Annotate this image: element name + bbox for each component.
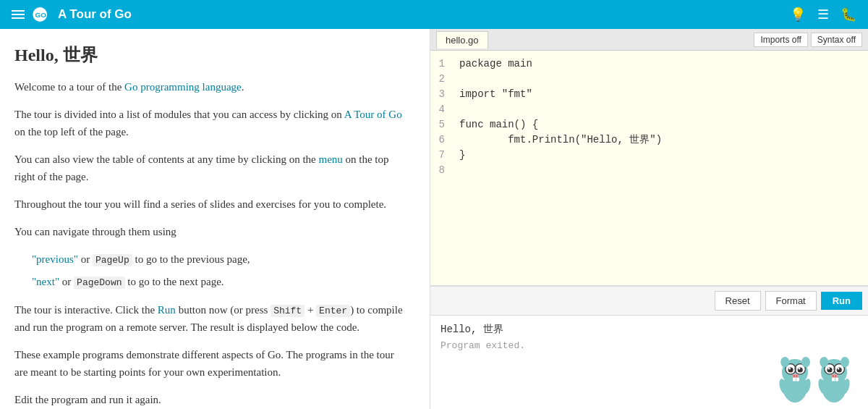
left-panel: Hello, 世界 Welcome to a tour of the Go pr… [0,29,430,409]
svg-text:GO: GO [35,11,47,19]
editor-toggle-buttons: Imports off Syntax off [754,33,862,47]
header-icons: 💡 ☰ 🐛 [790,7,856,22]
para-8-plus: + [305,304,316,316]
line-num-2: 2 [438,72,445,87]
para-6-mid: or [78,253,93,265]
para-1: Welcome to a tour of the Go programming … [14,78,408,96]
main-layout: Hello, 世界 Welcome to a tour of the Go pr… [0,29,868,409]
svg-rect-36 [832,378,835,381]
para-2-pre: The tour is divided into a list of modul… [14,109,344,120]
para-prev: "previous" or PageUp to go to the previo… [32,250,408,269]
para-9: These example programs demonstrate diffe… [14,346,408,381]
go-logo: GO [32,6,58,23]
imports-toggle-button[interactable]: Imports off [754,33,807,47]
svg-point-16 [801,357,810,367]
para-7-post: to go to the next page. [125,276,224,287]
svg-point-34 [820,357,828,367]
reset-button[interactable]: Reset [715,291,761,311]
svg-point-12 [792,374,799,378]
svg-point-15 [780,357,789,367]
format-button[interactable]: Format [765,291,817,311]
line-num-6: 6 [438,132,445,148]
run-button[interactable]: Run [821,292,862,310]
prev-link[interactable]: "previous" [32,253,78,265]
hamburger-menu[interactable] [12,10,25,19]
syntax-toggle-button[interactable]: Syntax off [811,33,862,47]
menu-link[interactable]: menu [318,153,342,165]
para-next: "next" or PageDown to go to the next pag… [32,273,408,291]
svg-rect-17 [793,378,796,381]
para-2: The tour is divided into a list of modul… [14,106,408,140]
editor-tab-bar: hello.go Imports off Syntax off [430,29,868,51]
para-6-post: to go to the previous page, [132,253,250,265]
page-heading: Hello, 世界 [14,43,408,67]
svg-point-10 [789,368,791,369]
pageup-code: PageUp [93,254,132,266]
go-logo-svg: GO [32,6,58,23]
line-num-1: 1 [438,56,445,72]
svg-point-11 [799,368,800,369]
para-2-post: on the top left of the page. [14,126,129,138]
svg-point-9 [798,367,803,372]
shift-code: Shift [271,305,305,317]
a-tour-of-go-link[interactable]: A Tour of Go [344,109,402,120]
svg-point-35 [841,357,849,367]
para-10: Edit the program and run it again. [14,391,408,408]
svg-point-30 [838,368,839,369]
line-num-3: 3 [438,87,445,102]
line-num-7: 7 [438,148,445,163]
code-editor-area: hello.go Imports off Syntax off 1 2 3 4 … [430,29,868,286]
bug-icon[interactable]: 🐛 [841,7,856,22]
svg-rect-37 [835,378,838,381]
gopher-image [767,347,854,405]
line-numbers: 1 2 3 4 5 6 7 8 [430,56,452,279]
run-link[interactable]: Run [158,304,176,316]
code-editor[interactable]: 1 2 3 4 5 6 7 8 package main import "fmt… [430,51,868,285]
line-num-8: 8 [438,163,445,178]
svg-point-28 [837,367,842,372]
para-8-mid: button now (or press [176,304,271,316]
svg-point-31 [831,374,838,378]
svg-point-13 [793,375,795,376]
editor-bottom-bar: Reset Format Run [430,286,868,315]
app-header: GO A Tour of Go 💡 ☰ 🐛 [0,0,868,29]
bulb-icon[interactable]: 💡 [790,7,806,22]
line-num-4: 4 [438,102,445,117]
navigation-hints: "previous" or PageUp to go to the previo… [32,250,408,291]
output-area: Hello, 世界 Program exited. [430,315,868,409]
svg-rect-18 [796,378,799,381]
para-1-pre: Welcome to a tour of the [14,81,124,93]
svg-point-27 [827,367,832,372]
para-4: Throughout the tour you will find a seri… [14,195,408,213]
output-hello: Hello, 世界 [441,323,858,336]
line-num-5: 5 [438,117,445,132]
svg-point-8 [788,367,793,372]
para-3: You can also view the table of contents … [14,151,408,185]
next-link[interactable]: "next" [32,276,59,287]
right-panel: hello.go Imports off Syntax off 1 2 3 4 … [430,29,868,409]
para-8: The tour is interactive. Click the Run b… [14,301,408,337]
svg-point-32 [833,375,834,376]
para-1-post: . [242,81,244,93]
para-5: You can navigate through them using [14,223,408,240]
menu-icon[interactable]: ☰ [817,7,829,22]
header-title: A Tour of Go [58,7,132,22]
enter-code: Enter [316,305,350,317]
code-content[interactable]: package main import "fmt" func main() { … [452,56,868,279]
para-3-pre: You can also view the table of contents … [14,153,318,165]
svg-point-33 [835,375,836,376]
para-8-pre: The tour is interactive. Click the [14,304,158,316]
svg-point-29 [828,368,830,369]
para-7-mid: or [59,276,74,287]
pagedown-code: PageDown [74,277,124,289]
editor-tab[interactable]: hello.go [436,31,488,49]
svg-point-14 [796,375,797,376]
go-language-link[interactable]: Go programming language [124,81,242,93]
